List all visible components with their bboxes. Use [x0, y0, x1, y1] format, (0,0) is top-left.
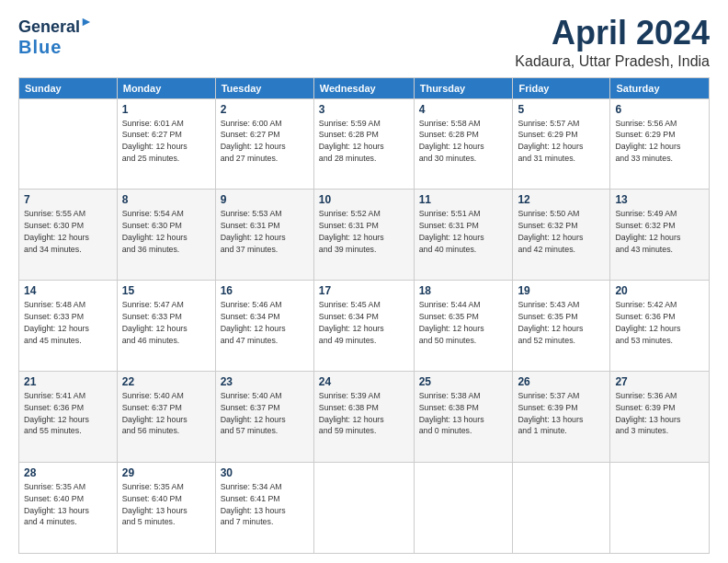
day-info: Sunrise: 5:40 AM Sunset: 6:37 PM Dayligh… — [122, 390, 210, 437]
day-number: 18 — [419, 284, 508, 297]
calendar-cell: 7Sunrise: 5:55 AM Sunset: 6:30 PM Daylig… — [19, 190, 118, 281]
calendar-cell: 21Sunrise: 5:41 AM Sunset: 6:36 PM Dayli… — [19, 372, 118, 463]
calendar-cell: 6Sunrise: 5:56 AM Sunset: 6:29 PM Daylig… — [610, 98, 710, 190]
day-info: Sunrise: 5:37 AM Sunset: 6:39 PM Dayligh… — [518, 390, 605, 437]
day-number: 7 — [24, 193, 112, 206]
calendar-cell: 5Sunrise: 5:57 AM Sunset: 6:29 PM Daylig… — [513, 98, 610, 190]
weekday-header-friday: Friday — [513, 77, 610, 98]
calendar-cell: 30Sunrise: 5:34 AM Sunset: 6:41 PM Dayli… — [215, 463, 313, 554]
day-info: Sunrise: 5:45 AM Sunset: 6:34 PM Dayligh… — [319, 299, 409, 346]
day-number: 30 — [221, 466, 309, 479]
day-info: Sunrise: 5:40 AM Sunset: 6:37 PM Dayligh… — [221, 390, 309, 437]
calendar-cell: 20Sunrise: 5:42 AM Sunset: 6:36 PM Dayli… — [610, 281, 710, 372]
day-info: Sunrise: 5:57 AM Sunset: 6:29 PM Dayligh… — [518, 118, 605, 165]
day-info: Sunrise: 5:56 AM Sunset: 6:29 PM Dayligh… — [615, 118, 704, 165]
day-number: 4 — [419, 103, 508, 116]
day-number: 14 — [24, 284, 112, 297]
calendar-cell: 22Sunrise: 5:40 AM Sunset: 6:37 PM Dayli… — [117, 372, 215, 463]
week-row-4: 21Sunrise: 5:41 AM Sunset: 6:36 PM Dayli… — [19, 372, 710, 463]
day-number: 19 — [518, 284, 605, 297]
calendar-cell: 23Sunrise: 5:40 AM Sunset: 6:37 PM Dayli… — [215, 372, 313, 463]
calendar-cell: 28Sunrise: 5:35 AM Sunset: 6:40 PM Dayli… — [19, 463, 118, 554]
day-info: Sunrise: 5:34 AM Sunset: 6:41 PM Dayligh… — [221, 481, 309, 528]
day-info: Sunrise: 5:43 AM Sunset: 6:35 PM Dayligh… — [518, 299, 605, 346]
day-info: Sunrise: 5:59 AM Sunset: 6:28 PM Dayligh… — [319, 118, 409, 165]
day-info: Sunrise: 5:53 AM Sunset: 6:31 PM Dayligh… — [221, 208, 309, 255]
calendar-cell: 27Sunrise: 5:36 AM Sunset: 6:39 PM Dayli… — [610, 372, 710, 463]
day-number: 11 — [419, 193, 508, 206]
calendar-cell — [313, 463, 414, 554]
day-info: Sunrise: 5:48 AM Sunset: 6:33 PM Dayligh… — [24, 299, 112, 346]
calendar-cell: 25Sunrise: 5:38 AM Sunset: 6:38 PM Dayli… — [414, 372, 513, 463]
calendar-cell — [610, 463, 710, 554]
weekday-header-saturday: Saturday — [610, 77, 710, 98]
day-info: Sunrise: 5:55 AM Sunset: 6:30 PM Dayligh… — [24, 208, 112, 255]
calendar-cell: 9Sunrise: 5:53 AM Sunset: 6:31 PM Daylig… — [215, 190, 313, 281]
weekday-header-thursday: Thursday — [414, 77, 513, 98]
calendar-cell: 24Sunrise: 5:39 AM Sunset: 6:38 PM Dayli… — [313, 372, 414, 463]
calendar-cell: 2Sunrise: 6:00 AM Sunset: 6:27 PM Daylig… — [215, 98, 313, 190]
week-row-1: 1Sunrise: 6:01 AM Sunset: 6:27 PM Daylig… — [19, 98, 710, 190]
calendar-cell — [513, 463, 610, 554]
day-info: Sunrise: 5:52 AM Sunset: 6:31 PM Dayligh… — [319, 208, 409, 255]
day-number: 5 — [518, 103, 605, 116]
day-info: Sunrise: 5:44 AM Sunset: 6:35 PM Dayligh… — [419, 299, 508, 346]
day-info: Sunrise: 5:58 AM Sunset: 6:28 PM Dayligh… — [419, 118, 508, 165]
logo: General► Blue — [18, 15, 93, 57]
day-number: 23 — [221, 375, 309, 388]
day-number: 24 — [319, 375, 409, 388]
day-info: Sunrise: 5:35 AM Sunset: 6:40 PM Dayligh… — [122, 481, 210, 528]
weekday-header-monday: Monday — [117, 77, 215, 98]
day-info: Sunrise: 5:41 AM Sunset: 6:36 PM Dayligh… — [24, 390, 112, 437]
day-number: 2 — [221, 103, 309, 116]
day-number: 6 — [615, 103, 704, 116]
calendar-table: SundayMondayTuesdayWednesdayThursdayFrid… — [18, 77, 710, 554]
day-number: 26 — [518, 375, 605, 388]
day-info: Sunrise: 6:01 AM Sunset: 6:27 PM Dayligh… — [122, 118, 210, 165]
day-info: Sunrise: 5:54 AM Sunset: 6:30 PM Dayligh… — [122, 208, 210, 255]
calendar-cell: 15Sunrise: 5:47 AM Sunset: 6:33 PM Dayli… — [117, 281, 215, 372]
day-number: 13 — [615, 193, 704, 206]
day-info: Sunrise: 5:51 AM Sunset: 6:31 PM Dayligh… — [419, 208, 508, 255]
calendar-cell: 17Sunrise: 5:45 AM Sunset: 6:34 PM Dayli… — [313, 281, 414, 372]
page-subtitle: Kadaura, Uttar Pradesh, India — [515, 53, 710, 70]
week-row-5: 28Sunrise: 5:35 AM Sunset: 6:40 PM Dayli… — [19, 463, 710, 554]
day-info: Sunrise: 6:00 AM Sunset: 6:27 PM Dayligh… — [221, 118, 309, 165]
day-number: 10 — [319, 193, 409, 206]
header: General► Blue April 2024 Kadaura, Uttar … — [18, 15, 710, 70]
day-info: Sunrise: 5:46 AM Sunset: 6:34 PM Dayligh… — [221, 299, 309, 346]
calendar-cell: 16Sunrise: 5:46 AM Sunset: 6:34 PM Dayli… — [215, 281, 313, 372]
calendar-cell: 12Sunrise: 5:50 AM Sunset: 6:32 PM Dayli… — [513, 190, 610, 281]
day-number: 8 — [122, 193, 210, 206]
calendar-cell: 19Sunrise: 5:43 AM Sunset: 6:35 PM Dayli… — [513, 281, 610, 372]
logo-general: General — [18, 17, 80, 36]
calendar-cell: 29Sunrise: 5:35 AM Sunset: 6:40 PM Dayli… — [117, 463, 215, 554]
day-info: Sunrise: 5:49 AM Sunset: 6:32 PM Dayligh… — [615, 208, 704, 255]
calendar-cell: 3Sunrise: 5:59 AM Sunset: 6:28 PM Daylig… — [313, 98, 414, 190]
day-number: 16 — [221, 284, 309, 297]
weekday-header-sunday: Sunday — [19, 77, 118, 98]
day-info: Sunrise: 5:38 AM Sunset: 6:38 PM Dayligh… — [419, 390, 508, 437]
day-number: 1 — [122, 103, 210, 116]
calendar-cell: 11Sunrise: 5:51 AM Sunset: 6:31 PM Dayli… — [414, 190, 513, 281]
calendar-cell — [19, 98, 118, 190]
logo-blue: Blue — [18, 37, 62, 57]
day-info: Sunrise: 5:36 AM Sunset: 6:39 PM Dayligh… — [615, 390, 704, 437]
calendar-body: 1Sunrise: 6:01 AM Sunset: 6:27 PM Daylig… — [19, 98, 710, 553]
weekday-header-wednesday: Wednesday — [313, 77, 414, 98]
day-info: Sunrise: 5:50 AM Sunset: 6:32 PM Dayligh… — [518, 208, 605, 255]
day-number: 28 — [24, 466, 112, 479]
calendar-cell: 1Sunrise: 6:01 AM Sunset: 6:27 PM Daylig… — [117, 98, 215, 190]
week-row-2: 7Sunrise: 5:55 AM Sunset: 6:30 PM Daylig… — [19, 190, 710, 281]
page-title: April 2024 — [515, 15, 710, 52]
day-info: Sunrise: 5:39 AM Sunset: 6:38 PM Dayligh… — [319, 390, 409, 437]
day-number: 12 — [518, 193, 605, 206]
day-number: 20 — [615, 284, 704, 297]
week-row-3: 14Sunrise: 5:48 AM Sunset: 6:33 PM Dayli… — [19, 281, 710, 372]
day-number: 25 — [419, 375, 508, 388]
calendar-cell: 8Sunrise: 5:54 AM Sunset: 6:30 PM Daylig… — [117, 190, 215, 281]
calendar-cell: 4Sunrise: 5:58 AM Sunset: 6:28 PM Daylig… — [414, 98, 513, 190]
calendar-cell: 10Sunrise: 5:52 AM Sunset: 6:31 PM Dayli… — [313, 190, 414, 281]
calendar-cell — [414, 463, 513, 554]
day-number: 21 — [24, 375, 112, 388]
